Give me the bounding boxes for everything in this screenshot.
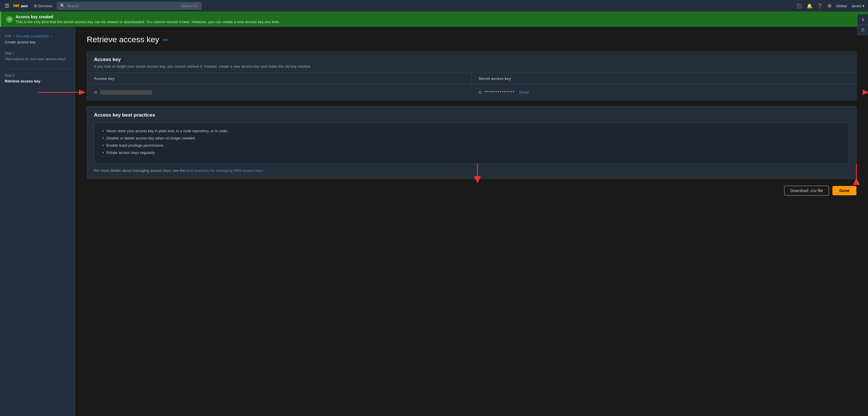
services-label: Services (38, 4, 53, 8)
best-practices-footer: For more details about managing access k… (94, 168, 849, 173)
copy-secret-key-icon[interactable]: ⧉ (478, 90, 482, 95)
banner-body: This is the only time that the secret ac… (16, 20, 863, 24)
access-key-card-desc: If you lose or forget your secret access… (94, 64, 849, 68)
bottom-actions: Download .csv file Done (87, 186, 857, 201)
footer-end: . (263, 168, 264, 173)
breadcrumb: IAM › Security credentials › Create acce… (5, 34, 70, 44)
show-secret-key-link[interactable]: Show (519, 90, 529, 95)
banner-title: Access key created (16, 14, 863, 19)
copy-access-key-icon[interactable]: ⧉ (94, 90, 97, 95)
breadcrumb-security[interactable]: Security credentials (16, 34, 49, 38)
breadcrumb-sep-2: › (51, 34, 52, 38)
services-menu[interactable]: ⊞ Services (32, 4, 55, 8)
region-label[interactable]: Global (836, 4, 847, 8)
info-panel-icon[interactable]: ℹ (858, 14, 868, 25)
search-icon: 🔍 (60, 3, 65, 8)
main-layout: IAM › Security credentials › Create acce… (0, 27, 868, 416)
aws-logo[interactable]: aws (13, 2, 28, 9)
breadcrumb-sep-1: › (13, 34, 14, 38)
best-practices-list: Never store your access key in plain tex… (102, 129, 841, 155)
step-divider (5, 68, 70, 69)
download-csv-button[interactable]: Download .csv file (784, 186, 829, 196)
user-menu[interactable]: iamini ▾ (851, 4, 865, 8)
best-practices-list-item: Rotate access keys regularly. (102, 150, 841, 155)
history-icon[interactable]: ⏱ (858, 25, 868, 35)
search-shortcut: [Option+S] (180, 3, 198, 8)
top-navigation: ☰ aws ⊞ Services 🔍 [Option+S] ⬛ 🔔 ❓ ⚙ Gl… (0, 0, 868, 11)
menu-icon[interactable]: ☰ (3, 1, 10, 10)
access-key-card-title: Access key (94, 57, 849, 62)
step-2-label: Step 2 (5, 73, 70, 78)
arrow-secret-key (850, 85, 868, 99)
info-link[interactable]: Info (162, 38, 168, 42)
access-key-card-header: Access key If you lose or forget your se… (87, 52, 856, 73)
step-1-label: Step 1 (5, 51, 70, 55)
access-key-blurred (100, 90, 152, 95)
aws-text: aws (21, 4, 28, 8)
step-2-title: Retrieve access key (5, 79, 70, 84)
sidebar: IAM › Security credentials › Create acce… (0, 27, 75, 416)
search-input[interactable] (67, 4, 179, 8)
search-bar[interactable]: 🔍 [Option+S] (57, 2, 202, 9)
breadcrumb-iam[interactable]: IAM (5, 34, 11, 38)
settings-icon[interactable]: ⚙ (828, 3, 832, 9)
done-button[interactable]: Done (832, 186, 857, 195)
key-values-row: ⧉ ⧉ (87, 85, 856, 100)
breadcrumb-current: Create access key (5, 40, 36, 44)
step-1-item: Step 1 Alternatives to root user access … (5, 51, 70, 62)
nav-right: ⬛ 🔔 ❓ ⚙ Global iamini ▾ (796, 3, 865, 9)
secret-key-masked: ************** (485, 90, 515, 95)
best-practices-list-item: Enable least-privilege permissions. (102, 143, 841, 148)
access-key-value-cell: ⧉ (87, 86, 472, 99)
footer-text: For more details about managing access k… (94, 168, 186, 173)
key-column-headers: Access key Secret access key (87, 73, 856, 85)
key-table: Access key Secret access key (87, 73, 856, 100)
terminal-icon[interactable]: ⬛ (796, 3, 802, 9)
step-1-title: Alternatives to root user access keys (5, 56, 70, 62)
page-title: Retrieve access key Info (87, 35, 857, 44)
best-practices-title: Access key best practices (94, 112, 849, 118)
step-2-item: Step 2 Retrieve access key (5, 73, 70, 84)
footer-link[interactable]: best practices for managing AWS access k… (186, 168, 263, 173)
best-practices-list-item: Never store your access key in plain tex… (102, 129, 841, 133)
best-practices-list-item: Disable or delete access key when no lon… (102, 136, 841, 140)
right-panel-icons: ℹ ⏱ (857, 14, 868, 35)
access-key-card: Access key If you lose or forget your se… (87, 51, 857, 100)
content-area: Retrieve access key Info Access key If y… (75, 27, 868, 416)
col-access-key-header: Access key (87, 73, 472, 84)
help-icon[interactable]: ❓ (817, 3, 823, 9)
bell-icon[interactable]: 🔔 (807, 3, 812, 9)
success-banner: Access key created This is the only time… (0, 11, 868, 27)
col-secret-key-header: Secret access key (472, 73, 856, 84)
secret-key-value-cell: ⧉ ************** Show (472, 86, 856, 99)
best-practices-inner: Never store your access key in plain tex… (94, 123, 849, 164)
best-practices-card: Access key best practices Never store yo… (87, 106, 857, 179)
